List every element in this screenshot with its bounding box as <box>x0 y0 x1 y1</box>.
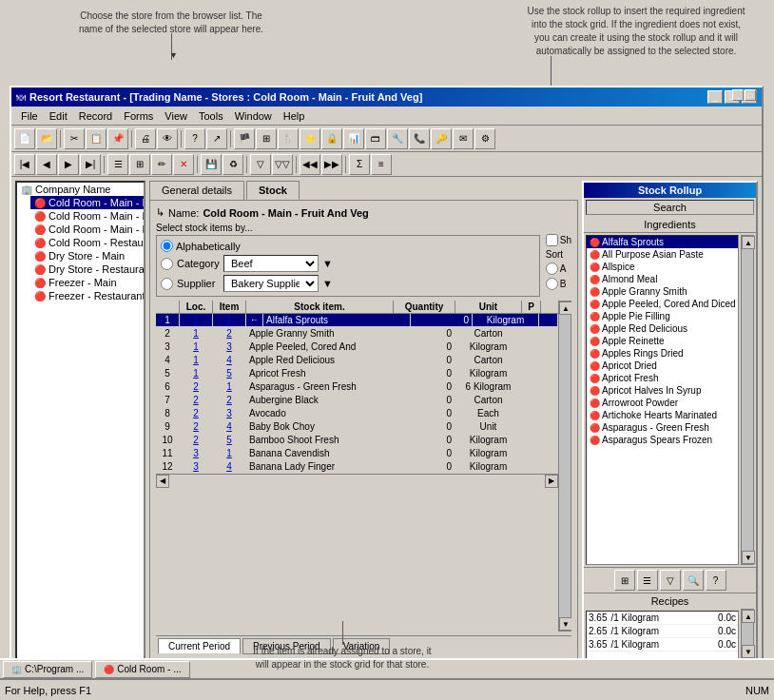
help-button[interactable]: ? <box>184 128 205 149</box>
alphabetically-option[interactable]: Alphabetically <box>161 240 535 252</box>
table-row[interactable]: 9 2 4 Baby Bok Choy 0 Unit <box>156 420 558 434</box>
ingredient-item[interactable]: 🔴Apple Peeled, Cored And Diced <box>587 298 738 310</box>
supplier-select[interactable]: Bakery Supplier <box>223 275 319 292</box>
ingredient-item[interactable]: 🔴All Purpose Asian Paste <box>587 248 738 261</box>
table-row[interactable]: 12 3 4 Banana Lady Finger 0 Kilogram <box>156 460 558 474</box>
print-button[interactable]: 🖨 <box>135 128 156 149</box>
vertical-scrollbar[interactable]: ▲ ▼ <box>558 301 571 632</box>
rec-scroll-up[interactable]: ▲ <box>742 610 755 623</box>
lock-button[interactable]: 🔒 <box>321 128 342 149</box>
sort-b[interactable] <box>546 278 558 290</box>
cut-button[interactable]: ✂ <box>64 128 85 149</box>
nav-button[interactable]: ⊞ <box>256 128 277 149</box>
scroll-right-btn[interactable]: ▶ <box>545 475 558 488</box>
tree-item-cold-room-poultry[interactable]: 🔴 Cold Room - Main - Poultry <box>30 223 144 236</box>
preview-button[interactable]: 👁 <box>157 128 178 149</box>
menu-forms[interactable]: Forms <box>119 109 158 123</box>
new-button[interactable]: 📄 <box>14 128 35 149</box>
arrow-button[interactable]: ↗ <box>206 128 227 149</box>
star-button[interactable]: ⭐ <box>300 128 320 149</box>
nav-next[interactable]: ▶ <box>58 154 79 175</box>
rollup-tb-4[interactable]: 🔍 <box>683 570 704 591</box>
table-row[interactable]: 11 3 1 Banana Cavendish 0 Kilogram <box>156 447 558 460</box>
restore-button[interactable]: ♻ <box>223 154 243 175</box>
tree-item-cold-room-fruit-veg[interactable]: 🔴 Cold Room - Main - Fruit And Veg <box>30 196 144 209</box>
copy-button[interactable]: 📋 <box>86 128 106 149</box>
store-browser[interactable]: 🏢 Company Name 🔴 Cold Room - Main - Frui… <box>15 181 145 663</box>
nav-prev[interactable]: ◀ <box>36 154 57 175</box>
ingredient-item[interactable]: 🔴Apple Reinette <box>587 335 738 347</box>
ingredient-item[interactable]: 🔴Apple Red Delicious <box>587 322 738 335</box>
ingredient-item[interactable]: 🔴Asparagus - Green Fresh <box>587 421 738 434</box>
menu-file[interactable]: File <box>16 109 43 123</box>
table-row[interactable]: 1 1 1 ←Alfalfa Sprouts 0 Kilogram <box>156 314 558 327</box>
paste-button[interactable]: 📌 <box>107 128 128 149</box>
menu-tools[interactable]: Tools <box>194 109 228 123</box>
ingredient-item[interactable]: 🔴Apricot Halves In Syrup <box>587 384 738 397</box>
taskbar-program[interactable]: 🏢 C:\Program ... <box>3 661 92 678</box>
recipes-scrollbar[interactable]: ▲ ▼ <box>741 609 754 659</box>
arrow-left-button[interactable]: ◀◀ <box>300 154 320 175</box>
ingredient-item[interactable]: 🔴Alfalfa Sprouts <box>587 236 738 248</box>
flag-button[interactable]: 🏴 <box>234 128 255 149</box>
email-button[interactable]: ✉ <box>453 128 474 149</box>
ingredient-item[interactable]: 🔴Allspice <box>587 261 738 273</box>
category-radio[interactable] <box>161 258 173 270</box>
tree-item-dry-store-main[interactable]: 🔴 Dry Store - Main <box>30 249 144 262</box>
rollup-min-btn[interactable]: _ <box>732 89 744 101</box>
tool2-button[interactable]: 🔧 <box>387 128 408 149</box>
tree-item-cold-room-restaurant[interactable]: 🔴 Cold Room - Restaurant <box>30 236 144 249</box>
rollup-tb-5[interactable]: ? <box>706 570 726 591</box>
category-select[interactable]: Beef <box>223 255 319 272</box>
taskbar-cold-room[interactable]: 🔴 Cold Room - ... <box>95 661 189 678</box>
rollup-tb-3[interactable]: ▽ <box>660 570 681 591</box>
alphabetically-radio[interactable] <box>161 240 173 252</box>
menu-record[interactable]: Record <box>74 109 117 123</box>
table-row[interactable]: 8 2 3 Avocado 0 Each <box>156 407 558 420</box>
open-button[interactable]: 📂 <box>36 128 57 149</box>
tree-root[interactable]: 🏢 Company Name <box>17 183 144 196</box>
tree-item-dry-store-restaurant[interactable]: 🔴 Dry Store - Restaurant <box>30 262 144 276</box>
delete-button[interactable]: ✕ <box>173 154 194 175</box>
ingredient-item[interactable]: 🔴Asparagus Spears Frozen <box>587 434 738 446</box>
rollup-tb-1[interactable]: ⊞ <box>614 570 635 591</box>
arrow-right-button[interactable]: ▶▶ <box>321 154 342 175</box>
funnel-button[interactable]: ▽ <box>250 154 271 175</box>
nav-first[interactable]: |◀ <box>14 154 35 175</box>
tree-item-freezer-main[interactable]: 🔴 Freezer - Main <box>30 276 144 289</box>
menu-window[interactable]: Window <box>230 109 277 123</box>
filter-button[interactable]: ⊞ <box>129 154 150 175</box>
ingredient-item[interactable]: 🔴Apricot Dried <box>587 360 738 372</box>
table-row[interactable]: 3 1 3 Apple Peeled, Cored And 0 Kilogram <box>156 340 558 354</box>
table-row[interactable]: 7 2 2 Aubergine Black 0 Carton <box>156 394 558 407</box>
tree-item-cold-room-meat[interactable]: 🔴 Cold Room - Main - Meat <box>30 209 144 223</box>
menu-edit[interactable]: Edit <box>45 109 72 123</box>
supplier-radio[interactable] <box>161 278 173 290</box>
table-row[interactable]: 5 1 5 Apricot Fresh 0 Kilogram <box>156 367 558 380</box>
tab-stock[interactable]: Stock <box>246 181 300 200</box>
nav-last[interactable]: ▶| <box>80 154 101 175</box>
ing-scroll-up[interactable]: ▲ <box>742 236 755 249</box>
tree-item-freezer-restaurant[interactable]: 🔴 Freezer - Restaurant <box>30 289 144 302</box>
search-button[interactable]: Search <box>586 200 754 215</box>
menu-view[interactable]: View <box>160 109 192 123</box>
table-row[interactable]: 10 2 5 Bamboo Shoot Fresh 0 Kilogram <box>156 434 558 447</box>
key-button[interactable]: 🔑 <box>431 128 452 149</box>
minimize-button[interactable]: _ <box>707 90 723 104</box>
ingredient-item[interactable]: 🔴Apples Rings Dried <box>587 347 738 360</box>
calc-button[interactable]: Σ <box>349 154 370 175</box>
sort-asc[interactable] <box>546 262 558 275</box>
scroll-up-btn[interactable]: ▲ <box>559 301 571 315</box>
phone-button[interactable]: 📞 <box>409 128 430 149</box>
table-row[interactable]: 2 1 2 Apple Granny Smith 0 Carton <box>156 327 558 340</box>
db-button[interactable]: 🗃 <box>365 128 386 149</box>
chart-button[interactable]: 📊 <box>343 128 364 149</box>
ingredient-item[interactable]: 🔴Arrowroot Powder <box>587 397 738 409</box>
rec-scroll-down[interactable]: ▼ <box>742 645 755 658</box>
ingredients-scrollbar[interactable]: ▲ ▼ <box>741 235 754 565</box>
ingredient-item[interactable]: 🔴Apple Granny Smith <box>587 285 738 298</box>
list-button[interactable]: ☰ <box>107 154 128 175</box>
scroll-left-btn[interactable]: ◀ <box>156 475 169 488</box>
save-button[interactable]: 💾 <box>201 154 222 175</box>
menu-help[interactable]: Help <box>279 109 310 123</box>
